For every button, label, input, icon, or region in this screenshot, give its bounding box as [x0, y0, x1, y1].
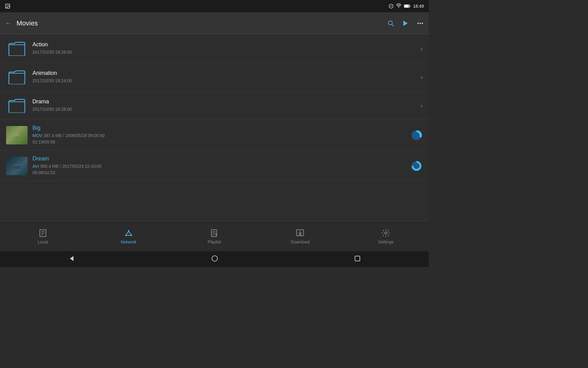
video-thumbnail — [6, 157, 28, 175]
item-date: 2017/10/30 19:26:00 — [32, 49, 417, 56]
svg-rect-7 — [405, 5, 409, 7]
list-item[interactable]: Dream AVI 566.4 MB / 2017/03/23 22:43:00… — [0, 151, 429, 181]
svg-point-21 — [413, 163, 420, 169]
folder-icon — [8, 70, 26, 84]
item-date: 2017/10/30 19:28:00 — [32, 106, 417, 113]
format-label: MOV — [32, 133, 42, 138]
svg-rect-43 — [355, 256, 360, 261]
battery-icon — [404, 4, 411, 8]
nav-item-local[interactable]: Local — [0, 225, 86, 248]
wifi-icon — [396, 3, 401, 9]
back-button[interactable]: ← — [5, 19, 12, 27]
video-thumbnail — [6, 126, 28, 144]
item-name: Big — [32, 125, 407, 131]
network-icon — [124, 228, 133, 238]
page-title: Movies — [17, 19, 382, 27]
list-item[interactable]: Action 2017/10/30 19:26:00 › — [0, 34, 429, 63]
app-bar: ← Movies — [0, 12, 429, 34]
item-info: Dream AVI 566.4 MB / 2017/03/23 22:43:00… — [32, 155, 407, 176]
duration: 02:19/09:56 — [32, 140, 55, 144]
settings-icon — [381, 228, 390, 238]
nav-item-playlist[interactable]: Playlist — [172, 225, 257, 248]
sys-home-button[interactable] — [211, 255, 218, 263]
playlist-icon — [210, 228, 219, 238]
item-info: Drama 2017/10/30 19:28:00 — [32, 98, 417, 113]
svg-rect-19 — [14, 164, 20, 166]
file-size: 397.4 MB / 2008/05/28 09:00:00 — [43, 133, 105, 138]
status-bar: 18:49 — [0, 0, 429, 12]
list-item[interactable]: Big MOV 397.4 MB / 2008/05/28 09:00:00 0… — [0, 120, 429, 151]
folder-icon-container — [6, 96, 28, 115]
progress-circle — [410, 129, 423, 141]
folder-icon — [8, 98, 26, 113]
item-progress — [410, 129, 423, 141]
svg-marker-10 — [403, 21, 408, 26]
search-icon[interactable] — [387, 20, 394, 27]
download-icon — [296, 228, 305, 238]
item-chevron: › — [420, 74, 423, 81]
svg-line-29 — [126, 232, 129, 235]
nav-item-network[interactable]: Network — [86, 225, 172, 248]
svg-point-1 — [6, 5, 7, 6]
sys-back-button[interactable] — [68, 255, 75, 263]
folder-icon — [8, 41, 26, 56]
svg-point-26 — [128, 230, 130, 232]
image-icon — [5, 3, 10, 9]
item-meta: AVI 566.4 MB / 2017/03/23 22:43:00 08:08… — [32, 163, 407, 176]
nav-label-local: Local — [38, 240, 48, 244]
item-name: Drama — [32, 98, 417, 105]
content-list: Action 2017/10/30 19:26:00 › Animation 2… — [0, 34, 429, 221]
nav-label-network: Network — [121, 240, 136, 244]
svg-line-30 — [129, 232, 131, 235]
item-name: Action — [32, 41, 417, 48]
item-progress — [410, 160, 423, 172]
item-name: Animation — [32, 70, 417, 76]
svg-point-40 — [385, 232, 387, 234]
svg-point-4 — [398, 7, 399, 8]
item-chevron: › — [420, 45, 423, 52]
list-item[interactable]: Drama 2017/10/30 19:28:00 › — [0, 91, 429, 120]
bottom-nav: Local Network Playlist — [0, 221, 429, 251]
clock: 18:49 — [413, 4, 424, 9]
file-size: 566.4 MB / 2017/03/23 22:43:00 — [40, 164, 101, 169]
app-bar-actions — [387, 20, 424, 27]
status-bar-right: 18:49 — [389, 3, 424, 9]
item-date: 2017/10/30 19:24:00 — [32, 78, 417, 84]
item-info: Big MOV 397.4 MB / 2008/05/28 09:00:00 0… — [32, 125, 407, 145]
folder-icon-container — [6, 39, 28, 58]
chevron-right-icon: › — [420, 45, 423, 52]
svg-point-11 — [417, 23, 419, 24]
svg-line-9 — [392, 24, 394, 26]
sys-recents-button[interactable] — [354, 255, 361, 263]
chevron-right-icon: › — [420, 74, 423, 81]
format-label: AVI — [32, 164, 39, 169]
item-info: Action 2017/10/30 19:26:00 — [32, 41, 417, 56]
svg-marker-41 — [70, 256, 74, 261]
chevron-right-icon: › — [420, 102, 423, 109]
system-nav-bar — [0, 251, 429, 267]
progress-circle — [410, 160, 423, 172]
nav-item-download[interactable]: Download — [257, 225, 343, 248]
status-bar-left — [5, 3, 10, 9]
duration: 08:08/10:53 — [32, 170, 55, 175]
item-meta: MOV 397.4 MB / 2008/05/28 09:00:00 02:19… — [32, 132, 407, 145]
svg-rect-6 — [409, 6, 410, 7]
nav-label-settings: Settings — [378, 240, 394, 244]
nav-item-settings[interactable]: Settings — [343, 225, 429, 248]
svg-point-13 — [422, 23, 423, 24]
item-chevron: › — [420, 102, 423, 109]
nav-label-playlist: Playlist — [208, 240, 221, 244]
svg-point-15 — [15, 136, 19, 139]
nav-label-download: Download — [291, 240, 310, 244]
item-name: Dream — [32, 155, 407, 162]
svg-point-17 — [413, 132, 420, 138]
item-info: Animation 2017/10/30 19:24:00 — [32, 70, 417, 84]
svg-point-12 — [420, 23, 421, 24]
dnd-icon — [389, 4, 394, 9]
svg-point-42 — [212, 256, 217, 261]
play-icon[interactable] — [402, 20, 409, 27]
local-icon — [38, 228, 47, 238]
list-item[interactable]: Animation 2017/10/30 19:24:00 › — [0, 63, 429, 91]
more-icon[interactable] — [417, 20, 424, 27]
folder-icon-container — [6, 68, 28, 86]
